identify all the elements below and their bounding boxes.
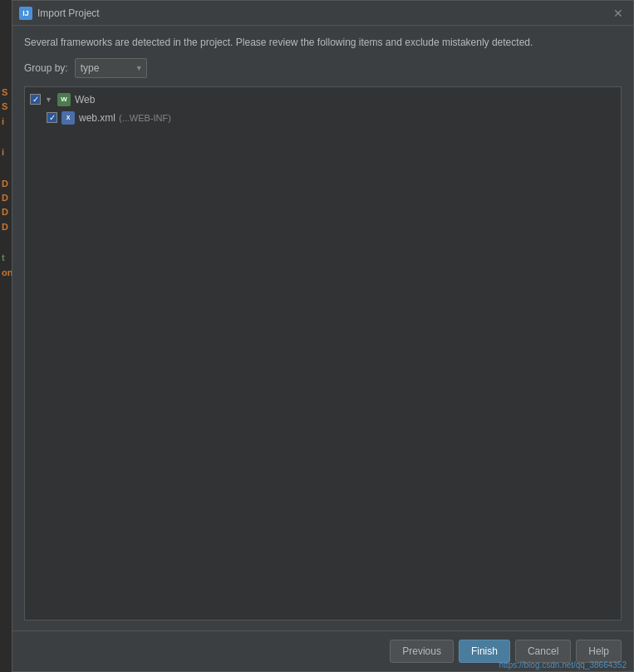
web-checkbox[interactable]: ✓ [30, 94, 41, 105]
group-by-row: Group by: type framework name [24, 58, 622, 78]
group-by-select[interactable]: type framework name [75, 58, 147, 78]
frameworks-tree: ✓ ▼ W Web ✓ X web.xml (...WEB-INF) [24, 86, 622, 620]
cancel-button[interactable]: Cancel [515, 640, 571, 663]
group-by-label: Group by: [24, 62, 68, 74]
webxml-checkbox[interactable]: ✓ [47, 112, 57, 123]
xml-icon: X [61, 111, 75, 125]
group-by-select-wrapper: type framework name [75, 58, 147, 78]
footer-url: https://blog.csdn.net/qq_38664352 [499, 660, 627, 670]
dialog-footer: Previous Finish Cancel Help https://blog… [12, 630, 633, 671]
webxml-label: web.xml [79, 112, 115, 124]
title-bar: IJ Import Project ✕ [12, 1, 633, 26]
description-text: Several frameworks are detected in the p… [24, 36, 622, 50]
help-button[interactable]: Help [576, 640, 622, 663]
tree-item-webxml[interactable]: ✓ X web.xml (...WEB-INF) [25, 109, 621, 127]
dialog-content: Several frameworks are detected in the p… [12, 26, 633, 630]
sidebar-hint: S S i i D D D D t on [0, 83, 12, 282]
dialog-title: Import Project [37, 7, 610, 19]
tree-item-web[interactable]: ✓ ▼ W Web [25, 91, 621, 109]
webxml-path: (...WEB-INF) [119, 113, 171, 123]
web-expand-arrow[interactable]: ▼ [45, 96, 55, 104]
close-button[interactable]: ✕ [610, 5, 627, 22]
web-label: Web [75, 94, 95, 105]
web-icon: W [57, 93, 71, 106]
previous-button[interactable]: Previous [390, 640, 454, 663]
finish-button[interactable]: Finish [459, 640, 510, 663]
import-project-dialog: IJ Import Project ✕ Several frameworks a… [12, 0, 634, 672]
app-icon: IJ [19, 7, 32, 20]
